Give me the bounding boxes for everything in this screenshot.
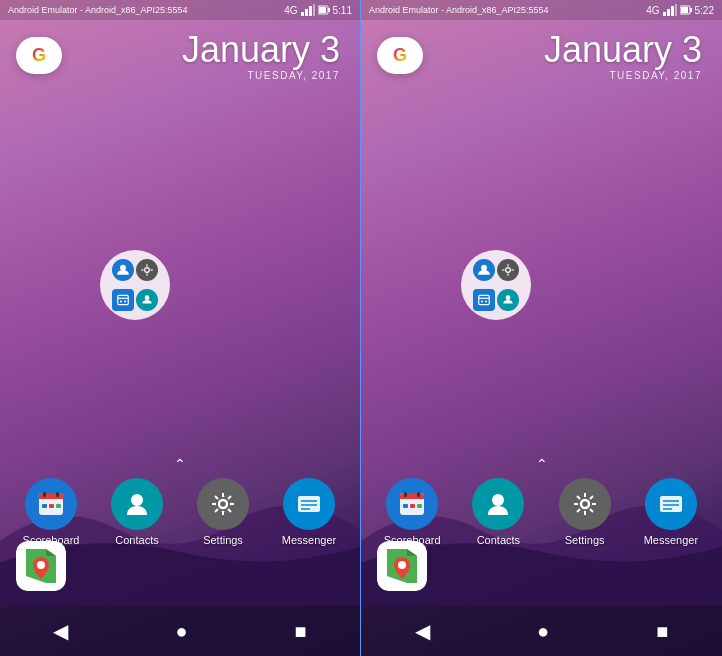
right-folder-icon-3	[473, 289, 495, 311]
left-nav-bar: ◀ ● ■	[0, 606, 360, 656]
right-google-search[interactable]: G	[377, 37, 423, 74]
svg-point-43	[37, 561, 45, 569]
right-bottom-dock	[361, 526, 722, 606]
left-google-search[interactable]: G	[16, 37, 62, 74]
left-phone: Android Emulator - Android_x86_API25:555…	[0, 0, 361, 656]
left-folder-icon-2	[136, 259, 158, 281]
left-scoreboard-icon	[25, 478, 77, 530]
svg-rect-50	[690, 8, 692, 12]
left-battery-icon	[318, 5, 330, 15]
right-app-folder[interactable]	[461, 250, 531, 320]
svg-line-77	[590, 509, 593, 512]
svg-line-35	[215, 509, 218, 512]
right-recents-button[interactable]: ■	[656, 620, 668, 643]
left-home-button[interactable]: ●	[175, 620, 187, 643]
left-main: G January 3 TUESDAY, 2017	[0, 20, 360, 656]
svg-rect-59	[481, 301, 483, 303]
left-messenger-icon	[283, 478, 335, 530]
left-date-display: January 3 TUESDAY, 2017	[62, 30, 344, 81]
svg-line-78	[590, 496, 593, 499]
svg-rect-23	[42, 504, 47, 508]
left-app-folder[interactable]	[100, 250, 170, 320]
right-main: G January 3 TUESDAY, 2017	[361, 20, 722, 656]
right-home-button[interactable]: ●	[537, 620, 549, 643]
left-folder-icon-3	[112, 289, 134, 311]
right-scoreboard-icon	[386, 478, 438, 530]
right-contacts-icon	[472, 478, 524, 530]
svg-line-76	[577, 496, 580, 499]
right-date-display: January 3 TUESDAY, 2017	[423, 30, 706, 81]
svg-rect-57	[479, 295, 490, 304]
svg-point-17	[145, 295, 150, 300]
left-recents-button[interactable]: ■	[294, 620, 306, 643]
svg-marker-3	[313, 4, 315, 16]
svg-rect-21	[43, 492, 46, 497]
right-signal-label: 4G	[646, 5, 659, 16]
svg-point-61	[506, 295, 511, 300]
svg-point-70	[492, 494, 504, 506]
svg-point-51	[481, 265, 487, 271]
svg-rect-5	[319, 7, 326, 13]
left-back-button[interactable]: ◀	[53, 619, 68, 643]
svg-rect-46	[671, 6, 674, 16]
right-date-weekday: TUESDAY, 2017	[423, 70, 702, 81]
right-messenger-icon	[645, 478, 697, 530]
svg-point-27	[219, 500, 227, 508]
svg-rect-22	[56, 492, 59, 497]
svg-line-32	[215, 496, 218, 499]
svg-line-34	[228, 496, 231, 499]
left-signal-label: 4G	[284, 5, 297, 16]
left-folder-icon-4	[136, 289, 158, 311]
left-date-day: January 3	[62, 30, 340, 70]
svg-line-79	[577, 509, 580, 512]
left-contacts-icon	[111, 478, 163, 530]
right-up-arrow: ⌃	[536, 456, 548, 472]
svg-point-7	[120, 265, 126, 271]
left-date-weekday: TUESDAY, 2017	[62, 70, 340, 81]
svg-rect-69	[417, 504, 422, 508]
right-phone: Android Emulator - Android_x86_API25:555…	[361, 0, 722, 656]
right-emulator-label: Android Emulator - Android_x86_API25:555…	[369, 5, 549, 15]
right-folder-icon-4	[497, 289, 519, 311]
left-emulator-label: Android Emulator - Android_x86_API25:555…	[8, 5, 188, 15]
right-time: 5:22	[695, 5, 714, 16]
svg-rect-16	[124, 301, 126, 303]
svg-point-71	[581, 500, 589, 508]
svg-rect-25	[56, 504, 61, 508]
right-nav-bar: ◀ ● ■	[361, 606, 722, 656]
right-maps-icon[interactable]	[377, 541, 427, 591]
svg-rect-6	[328, 8, 330, 12]
svg-rect-64	[400, 496, 424, 499]
svg-rect-49	[681, 7, 688, 13]
svg-rect-68	[410, 504, 415, 508]
svg-rect-66	[417, 492, 420, 497]
svg-rect-67	[403, 504, 408, 508]
left-settings-icon	[197, 478, 249, 530]
svg-rect-13	[118, 295, 129, 304]
right-settings-icon	[559, 478, 611, 530]
left-bottom-dock	[0, 526, 360, 606]
svg-rect-60	[485, 301, 487, 303]
svg-rect-15	[120, 301, 122, 303]
right-back-button[interactable]: ◀	[415, 619, 430, 643]
svg-line-33	[228, 509, 231, 512]
left-time: 5:11	[333, 5, 352, 16]
svg-rect-44	[663, 12, 666, 16]
svg-rect-2	[309, 6, 312, 16]
left-status-bar: Android Emulator - Android_x86_API25:555…	[0, 0, 360, 20]
left-signal-icon	[301, 4, 315, 16]
right-signal-icon	[663, 4, 677, 16]
svg-point-26	[131, 494, 143, 506]
svg-rect-24	[49, 504, 54, 508]
right-folder-icon-2	[497, 259, 519, 281]
left-google-g: G	[32, 45, 46, 66]
svg-point-87	[398, 561, 406, 569]
svg-rect-0	[301, 12, 304, 16]
right-google-g: G	[393, 45, 407, 66]
left-folder-icon-1	[112, 259, 134, 281]
svg-marker-47	[675, 4, 677, 16]
right-status-bar: Android Emulator - Android_x86_API25:555…	[361, 0, 722, 20]
svg-point-8	[145, 268, 150, 273]
right-date-day: January 3	[423, 30, 702, 70]
left-maps-icon[interactable]	[16, 541, 66, 591]
